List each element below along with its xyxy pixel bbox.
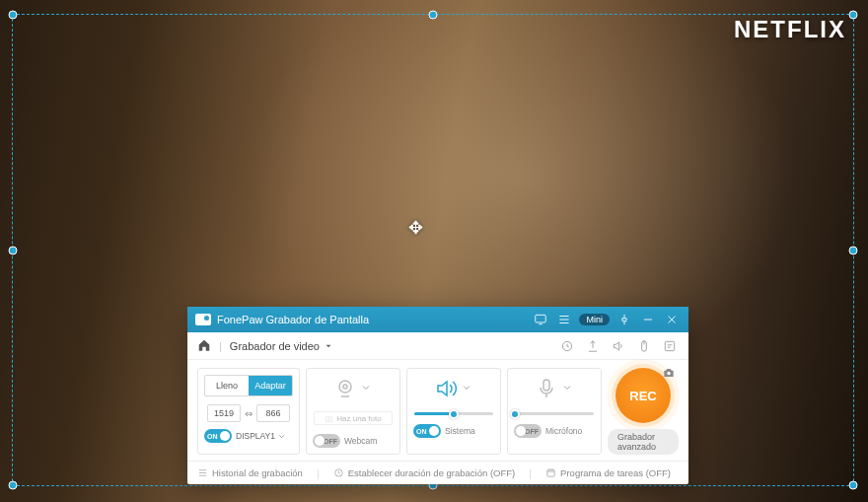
recorder-window: FonePaw Grabador de Pantalla Mini | Grab… [187,307,688,484]
app-logo-icon [195,314,211,325]
svg-rect-11 [547,469,554,476]
display-selector[interactable]: DISPLAY1 [236,431,286,441]
aspect-lock-icon[interactable]: ⇔ [245,408,253,419]
calendar-icon [545,467,556,478]
microphone-dropdown[interactable] [561,382,575,395]
webcam-icon [332,376,358,401]
record-column: REC Grabador avanzado [608,368,679,455]
system-volume-slider[interactable] [414,412,493,415]
chevron-down-icon [277,432,286,441]
microphone-volume-slider[interactable] [515,412,594,415]
app-title: FonePaw Grabador de Pantalla [217,314,526,325]
titlebar[interactable]: FonePaw Grabador de Pantalla Mini [187,307,688,332]
export-icon[interactable] [584,337,602,355]
microphone-toggle[interactable]: OFF [514,424,542,438]
svg-point-9 [667,372,671,376]
speaker-icon [433,376,459,401]
list-icon [197,467,208,478]
resize-handle-mid-left[interactable] [9,246,18,254]
system-sound-card: ON Sistema [406,368,501,455]
region-tab-custom[interactable]: Adaptar [249,376,292,395]
svg-rect-3 [665,341,674,350]
region-mode-tabs: Lleno Adaptar [204,375,293,396]
close-icon[interactable] [663,311,681,328]
settings-box-icon[interactable] [661,337,679,355]
svg-rect-0 [536,315,546,323]
resize-handle-bottom-left[interactable] [9,481,18,490]
main-panel: Lleno Adaptar 1519 ⇔ 866 ON DISPLAY1 [187,360,688,461]
pin-icon[interactable] [615,311,633,328]
microphone-icon [534,376,559,401]
resize-handle-mid-right[interactable] [849,246,858,254]
sound-icon[interactable] [610,337,627,355]
region-height-input[interactable]: 866 [256,404,290,422]
separator: | [317,467,320,479]
svg-point-4 [339,381,351,393]
region-width-input[interactable]: 1519 [207,404,241,422]
camera-mini-icon [325,414,333,423]
webcam-dropdown[interactable] [360,382,374,395]
svg-rect-6 [326,416,332,421]
region-tab-full[interactable]: Lleno [205,376,249,395]
mini-mode-button[interactable]: Mini [579,314,610,325]
minimize-icon[interactable] [639,311,657,328]
menu-icon[interactable] [555,311,573,328]
resize-handle-bottom-right[interactable] [849,481,858,490]
history-button[interactable]: Historial de grabación [197,467,303,478]
webcam-card: Haz una foto OFF Webcam [306,368,400,455]
resize-handle-top-center[interactable] [429,11,438,20]
microphone-label: Micrófono [545,426,582,436]
advanced-recorder-button[interactable]: Grabador avanzado [608,429,679,455]
region-toggle[interactable]: ON [204,429,232,443]
schedule-button[interactable]: Programa de tareas (OFF) [545,467,671,478]
duration-button[interactable]: Establecer duración de grabación (OFF) [333,467,516,478]
mode-selector[interactable]: Grabador de video [230,340,333,352]
svg-point-7 [328,417,330,419]
toolbar: | Grabador de video [187,332,688,360]
chevron-down-icon [324,341,333,351]
separator: | [219,340,222,352]
footer: Historial de grabación | Establecer dura… [187,461,688,484]
svg-point-5 [343,385,347,389]
system-sound-dropdown[interactable] [461,382,474,395]
screenshot-icon[interactable] [661,366,677,382]
mode-label: Grabador de video [230,340,320,352]
clock-icon [333,467,344,478]
feedback-icon[interactable] [532,311,549,328]
region-card: Lleno Adaptar 1519 ⇔ 866 ON DISPLAY1 [197,368,300,455]
resize-handle-top-right[interactable] [849,11,858,20]
system-sound-label: Sistema [445,426,475,436]
move-cursor-icon: ✥ [408,217,423,239]
separator: | [529,467,532,479]
system-sound-toggle[interactable]: ON [413,424,441,438]
resize-handle-top-left[interactable] [9,11,18,20]
take-photo-button[interactable]: Haz una foto [314,411,393,425]
last-record-icon[interactable] [558,337,576,355]
mouse-icon[interactable] [635,337,653,355]
svg-rect-8 [543,380,549,391]
webcam-label: Webcam [344,436,377,446]
webcam-toggle[interactable]: OFF [313,434,340,448]
microphone-card: OFF Micrófono [507,368,602,455]
home-icon[interactable] [197,338,211,354]
